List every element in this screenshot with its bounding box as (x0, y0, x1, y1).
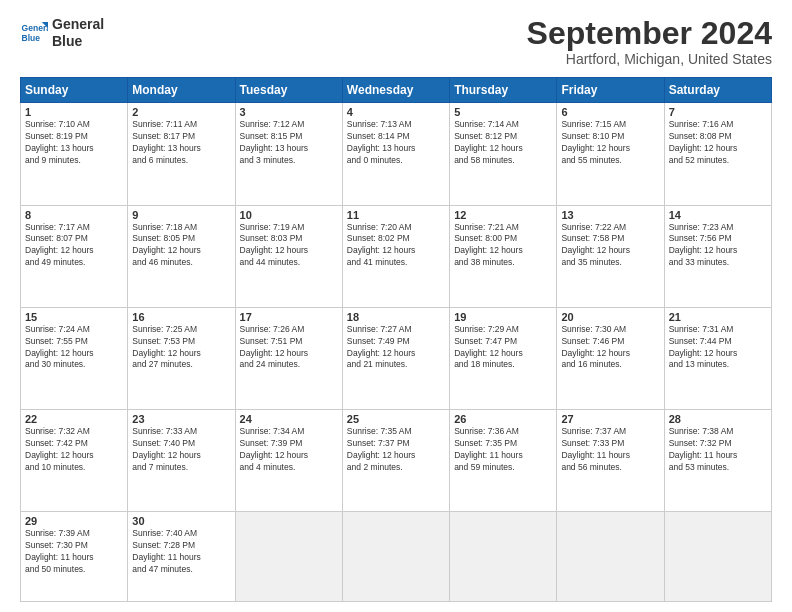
calendar-cell: 19Sunrise: 7:29 AM Sunset: 7:47 PM Dayli… (450, 307, 557, 409)
calendar-cell: 27Sunrise: 7:37 AM Sunset: 7:33 PM Dayli… (557, 410, 664, 512)
calendar-week-row: 15Sunrise: 7:24 AM Sunset: 7:55 PM Dayli… (21, 307, 772, 409)
calendar-cell: 17Sunrise: 7:26 AM Sunset: 7:51 PM Dayli… (235, 307, 342, 409)
calendar-cell: 13Sunrise: 7:22 AM Sunset: 7:58 PM Dayli… (557, 205, 664, 307)
calendar-cell: 16Sunrise: 7:25 AM Sunset: 7:53 PM Dayli… (128, 307, 235, 409)
day-number: 5 (454, 106, 552, 118)
day-info: Sunrise: 7:35 AM Sunset: 7:37 PM Dayligh… (347, 426, 445, 474)
day-number: 17 (240, 311, 338, 323)
day-info: Sunrise: 7:23 AM Sunset: 7:56 PM Dayligh… (669, 222, 767, 270)
day-info: Sunrise: 7:14 AM Sunset: 8:12 PM Dayligh… (454, 119, 552, 167)
day-info: Sunrise: 7:38 AM Sunset: 7:32 PM Dayligh… (669, 426, 767, 474)
weekday-header-row: SundayMondayTuesdayWednesdayThursdayFrid… (21, 78, 772, 103)
calendar-cell: 22Sunrise: 7:32 AM Sunset: 7:42 PM Dayli… (21, 410, 128, 512)
calendar-cell: 29Sunrise: 7:39 AM Sunset: 7:30 PM Dayli… (21, 512, 128, 602)
day-number: 6 (561, 106, 659, 118)
day-info: Sunrise: 7:25 AM Sunset: 7:53 PM Dayligh… (132, 324, 230, 372)
calendar-cell: 14Sunrise: 7:23 AM Sunset: 7:56 PM Dayli… (664, 205, 771, 307)
calendar-cell: 28Sunrise: 7:38 AM Sunset: 7:32 PM Dayli… (664, 410, 771, 512)
calendar-cell: 11Sunrise: 7:20 AM Sunset: 8:02 PM Dayli… (342, 205, 449, 307)
day-info: Sunrise: 7:40 AM Sunset: 7:28 PM Dayligh… (132, 528, 230, 576)
day-info: Sunrise: 7:11 AM Sunset: 8:17 PM Dayligh… (132, 119, 230, 167)
day-info: Sunrise: 7:29 AM Sunset: 7:47 PM Dayligh… (454, 324, 552, 372)
logo-line1: General (52, 16, 104, 33)
calendar-cell: 24Sunrise: 7:34 AM Sunset: 7:39 PM Dayli… (235, 410, 342, 512)
day-number: 21 (669, 311, 767, 323)
month-title: September 2024 (527, 16, 772, 51)
day-info: Sunrise: 7:12 AM Sunset: 8:15 PM Dayligh… (240, 119, 338, 167)
day-info: Sunrise: 7:26 AM Sunset: 7:51 PM Dayligh… (240, 324, 338, 372)
day-number: 18 (347, 311, 445, 323)
calendar-cell (450, 512, 557, 602)
calendar-cell: 9Sunrise: 7:18 AM Sunset: 8:05 PM Daylig… (128, 205, 235, 307)
day-number: 11 (347, 209, 445, 221)
calendar-cell: 15Sunrise: 7:24 AM Sunset: 7:55 PM Dayli… (21, 307, 128, 409)
day-info: Sunrise: 7:37 AM Sunset: 7:33 PM Dayligh… (561, 426, 659, 474)
day-info: Sunrise: 7:24 AM Sunset: 7:55 PM Dayligh… (25, 324, 123, 372)
calendar-cell (235, 512, 342, 602)
location: Hartford, Michigan, United States (527, 51, 772, 67)
day-number: 4 (347, 106, 445, 118)
calendar-cell: 6Sunrise: 7:15 AM Sunset: 8:10 PM Daylig… (557, 103, 664, 205)
day-number: 8 (25, 209, 123, 221)
day-number: 22 (25, 413, 123, 425)
weekday-header: Tuesday (235, 78, 342, 103)
calendar-cell (557, 512, 664, 602)
day-number: 30 (132, 515, 230, 527)
day-info: Sunrise: 7:19 AM Sunset: 8:03 PM Dayligh… (240, 222, 338, 270)
day-info: Sunrise: 7:36 AM Sunset: 7:35 PM Dayligh… (454, 426, 552, 474)
day-info: Sunrise: 7:10 AM Sunset: 8:19 PM Dayligh… (25, 119, 123, 167)
day-number: 26 (454, 413, 552, 425)
calendar-cell: 21Sunrise: 7:31 AM Sunset: 7:44 PM Dayli… (664, 307, 771, 409)
calendar-cell: 23Sunrise: 7:33 AM Sunset: 7:40 PM Dayli… (128, 410, 235, 512)
header: General Blue General Blue September 2024… (20, 16, 772, 67)
calendar-cell: 20Sunrise: 7:30 AM Sunset: 7:46 PM Dayli… (557, 307, 664, 409)
day-number: 12 (454, 209, 552, 221)
day-number: 19 (454, 311, 552, 323)
calendar-cell: 10Sunrise: 7:19 AM Sunset: 8:03 PM Dayli… (235, 205, 342, 307)
day-info: Sunrise: 7:21 AM Sunset: 8:00 PM Dayligh… (454, 222, 552, 270)
calendar-cell: 1Sunrise: 7:10 AM Sunset: 8:19 PM Daylig… (21, 103, 128, 205)
day-info: Sunrise: 7:15 AM Sunset: 8:10 PM Dayligh… (561, 119, 659, 167)
day-number: 15 (25, 311, 123, 323)
day-number: 24 (240, 413, 338, 425)
day-info: Sunrise: 7:16 AM Sunset: 8:08 PM Dayligh… (669, 119, 767, 167)
day-number: 20 (561, 311, 659, 323)
calendar-cell: 2Sunrise: 7:11 AM Sunset: 8:17 PM Daylig… (128, 103, 235, 205)
day-number: 23 (132, 413, 230, 425)
page: General Blue General Blue September 2024… (0, 0, 792, 612)
weekday-header: Saturday (664, 78, 771, 103)
day-number: 27 (561, 413, 659, 425)
calendar-cell: 12Sunrise: 7:21 AM Sunset: 8:00 PM Dayli… (450, 205, 557, 307)
day-number: 10 (240, 209, 338, 221)
calendar-week-row: 8Sunrise: 7:17 AM Sunset: 8:07 PM Daylig… (21, 205, 772, 307)
weekday-header: Sunday (21, 78, 128, 103)
day-info: Sunrise: 7:27 AM Sunset: 7:49 PM Dayligh… (347, 324, 445, 372)
day-number: 14 (669, 209, 767, 221)
svg-text:Blue: Blue (22, 33, 41, 43)
logo: General Blue General Blue (20, 16, 104, 50)
calendar-cell (664, 512, 771, 602)
calendar-cell: 7Sunrise: 7:16 AM Sunset: 8:08 PM Daylig… (664, 103, 771, 205)
logo-icon: General Blue (20, 19, 48, 47)
day-number: 1 (25, 106, 123, 118)
day-info: Sunrise: 7:34 AM Sunset: 7:39 PM Dayligh… (240, 426, 338, 474)
day-info: Sunrise: 7:22 AM Sunset: 7:58 PM Dayligh… (561, 222, 659, 270)
day-info: Sunrise: 7:30 AM Sunset: 7:46 PM Dayligh… (561, 324, 659, 372)
day-info: Sunrise: 7:32 AM Sunset: 7:42 PM Dayligh… (25, 426, 123, 474)
day-info: Sunrise: 7:13 AM Sunset: 8:14 PM Dayligh… (347, 119, 445, 167)
day-number: 3 (240, 106, 338, 118)
calendar-cell: 8Sunrise: 7:17 AM Sunset: 8:07 PM Daylig… (21, 205, 128, 307)
day-number: 25 (347, 413, 445, 425)
calendar-cell (342, 512, 449, 602)
weekday-header: Wednesday (342, 78, 449, 103)
day-info: Sunrise: 7:39 AM Sunset: 7:30 PM Dayligh… (25, 528, 123, 576)
calendar-cell: 4Sunrise: 7:13 AM Sunset: 8:14 PM Daylig… (342, 103, 449, 205)
day-info: Sunrise: 7:33 AM Sunset: 7:40 PM Dayligh… (132, 426, 230, 474)
day-number: 7 (669, 106, 767, 118)
calendar-week-row: 29Sunrise: 7:39 AM Sunset: 7:30 PM Dayli… (21, 512, 772, 602)
calendar-cell: 3Sunrise: 7:12 AM Sunset: 8:15 PM Daylig… (235, 103, 342, 205)
day-info: Sunrise: 7:18 AM Sunset: 8:05 PM Dayligh… (132, 222, 230, 270)
weekday-header: Thursday (450, 78, 557, 103)
title-block: September 2024 Hartford, Michigan, Unite… (527, 16, 772, 67)
calendar-cell: 18Sunrise: 7:27 AM Sunset: 7:49 PM Dayli… (342, 307, 449, 409)
